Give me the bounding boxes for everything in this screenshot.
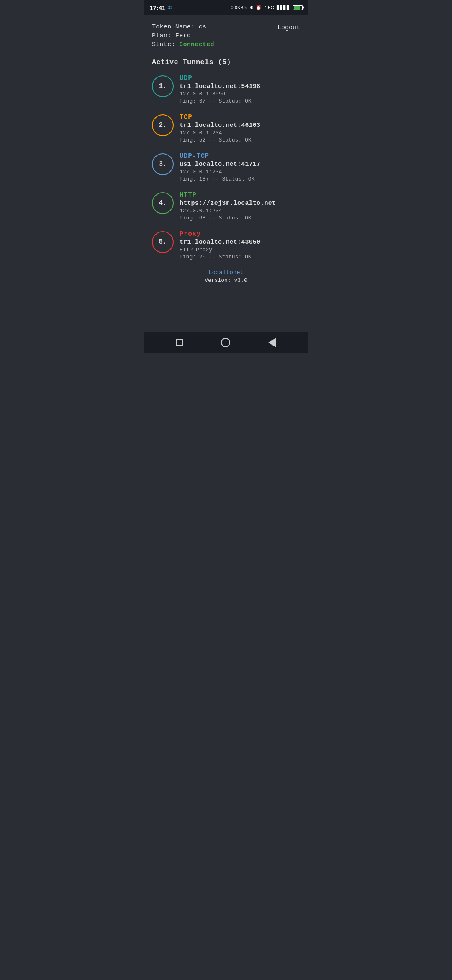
status-bar-left: 17:41 ≋	[149, 4, 172, 11]
tunnel-host-3: us1.localto.net:41717	[180, 161, 260, 168]
tunnel-local-5: HTTP Proxy	[180, 247, 260, 253]
tunnel-ping-3: Ping: 187 -- Status: OK	[180, 176, 260, 182]
nav-square-button[interactable]	[176, 339, 183, 346]
tunnel-type-5: Proxy	[180, 230, 260, 238]
state-line: State: Connected	[152, 41, 214, 48]
header-section: Token Name: cs Plan: Fero State: Connect…	[152, 23, 300, 48]
tunnel-host-5: tr1.localto.net:43050	[180, 239, 260, 246]
tunnel-number-1: 1.	[152, 75, 174, 97]
tunnel-number-2: 2.	[152, 114, 174, 136]
nav-square-icon	[176, 339, 183, 346]
tunnel-number-5: 5.	[152, 231, 174, 253]
header-info: Token Name: cs Plan: Fero State: Connect…	[152, 23, 214, 48]
tunnel-local-2: 127.0.0.1:234	[180, 130, 260, 136]
tunnel-info-5: Proxy tr1.localto.net:43050 HTTP Proxy P…	[180, 230, 260, 260]
token-value: cs	[199, 23, 207, 31]
plan-value: Fero	[175, 32, 191, 39]
plan-label: Plan:	[152, 32, 172, 39]
tunnel-ping-1: Ping: 67 -- Status: OK	[180, 98, 260, 104]
tunnels-header: Active Tunnels (5)	[152, 58, 300, 66]
tunnel-local-3: 127.0.0.1:234	[180, 169, 260, 175]
main-content: Token Name: cs Plan: Fero State: Connect…	[144, 15, 308, 332]
nav-back-icon	[268, 338, 276, 347]
logout-button[interactable]: Logout	[277, 23, 300, 31]
nav-home-button[interactable]	[221, 338, 230, 347]
tunnel-info-3: UDP-TCP us1.localto.net:41717 127.0.0.1:…	[180, 152, 260, 182]
tunnel-type-4: HTTP	[180, 191, 276, 199]
tunnel-host-4: https://zej3m.localto.net	[180, 200, 276, 207]
token-label: Token Name:	[152, 23, 195, 31]
tunnel-ping-5: Ping: 20 -- Status: OK	[180, 254, 260, 260]
state-label: State:	[152, 41, 175, 48]
plan-line: Plan: Fero	[152, 32, 214, 39]
status-time: 17:41	[149, 4, 165, 11]
battery-icon	[293, 5, 303, 10]
tunnel-info-4: HTTP https://zej3m.localto.net 127.0.0.1…	[180, 191, 276, 221]
tunnel-item-4: 4. HTTP https://zej3m.localto.net 127.0.…	[152, 191, 300, 221]
signal-bars-icon: ▋▋▋▋	[277, 5, 290, 10]
footer-brand: Localtonet	[152, 269, 300, 276]
battery-fill	[294, 6, 300, 10]
status-bar: 17:41 ≋ 0,6KB/s ✱ ⏰ 4.5G ▋▋▋▋	[144, 0, 308, 15]
footer: Localtonet Version: v3.0	[152, 269, 300, 290]
tunnel-number-3: 3.	[152, 153, 174, 175]
tunnel-number-4: 4.	[152, 192, 174, 214]
tunnel-info-1: UDP tr1.localto.net:54198 127.0.0.1:8596…	[180, 75, 260, 104]
signal-icon: ≋	[168, 4, 171, 11]
network-type: 4.5G	[264, 5, 274, 10]
tunnel-local-1: 127.0.0.1:8596	[180, 91, 260, 97]
tunnel-type-3: UDP-TCP	[180, 152, 260, 160]
footer-version: Version: v3.0	[152, 277, 300, 284]
tunnel-ping-2: Ping: 52 -- Status: OK	[180, 137, 260, 143]
tunnel-info-2: TCP tr1.localto.net:46103 127.0.0.1:234 …	[180, 113, 260, 143]
tunnel-item-5: 5. Proxy tr1.localto.net:43050 HTTP Prox…	[152, 230, 300, 260]
nav-bar	[144, 332, 308, 353]
nav-circle-icon	[221, 338, 230, 347]
bluetooth-icon: ✱	[249, 5, 253, 10]
tunnel-item-1: 1. UDP tr1.localto.net:54198 127.0.0.1:8…	[152, 75, 300, 104]
tunnel-item-2: 2. TCP tr1.localto.net:46103 127.0.0.1:2…	[152, 113, 300, 143]
tunnel-type-1: UDP	[180, 75, 260, 82]
nav-back-button[interactable]	[268, 338, 276, 347]
tunnel-host-2: tr1.localto.net:46103	[180, 122, 260, 129]
alarm-icon: ⏰	[256, 5, 262, 10]
tunnel-local-4: 127.0.0.1:234	[180, 208, 276, 214]
state-value: Connected	[179, 41, 214, 48]
network-speed: 0,6KB/s	[231, 5, 247, 10]
tunnel-ping-4: Ping: 68 -- Status: OK	[180, 215, 276, 221]
tunnel-host-1: tr1.localto.net:54198	[180, 83, 260, 90]
tunnel-item-3: 3. UDP-TCP us1.localto.net:41717 127.0.0…	[152, 152, 300, 182]
status-bar-right: 0,6KB/s ✱ ⏰ 4.5G ▋▋▋▋	[231, 5, 303, 10]
tunnels-list: 1. UDP tr1.localto.net:54198 127.0.0.1:8…	[152, 75, 300, 260]
token-line: Token Name: cs	[152, 23, 214, 31]
tunnel-type-2: TCP	[180, 113, 260, 121]
